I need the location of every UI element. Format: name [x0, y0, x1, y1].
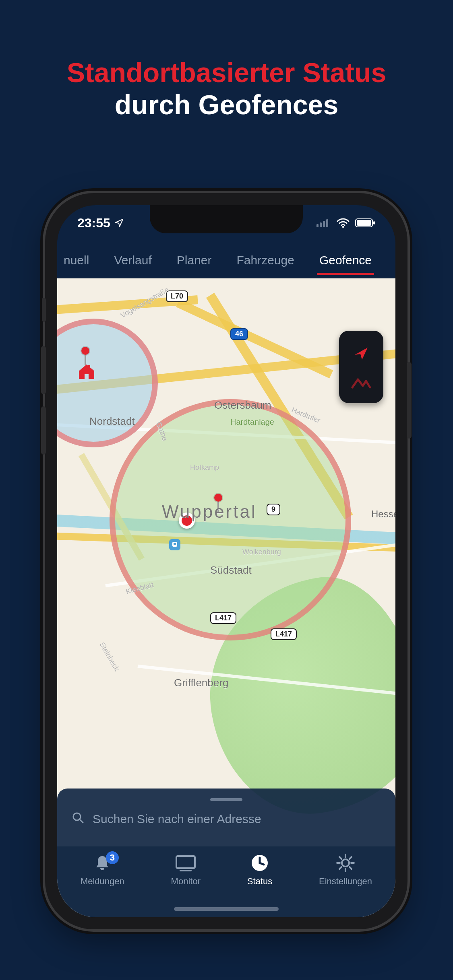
- map-street-label: Wolkenburg: [242, 548, 281, 556]
- location-services-icon: [114, 218, 124, 228]
- promo-line1: Standortbasierter Status: [0, 56, 453, 89]
- map-district-label: Südstadt: [210, 564, 252, 576]
- tab-label: Einstellungen: [319, 876, 372, 887]
- road-shield-b9: 9: [267, 504, 280, 515]
- map-district-label: Grifflenberg: [174, 677, 228, 689]
- locate-arrow-icon: [352, 344, 371, 364]
- volume-down-button: [41, 406, 46, 455]
- svg-rect-8: [88, 365, 90, 369]
- mute-switch: [42, 298, 46, 322]
- map-city-label: Wuppertal: [162, 502, 257, 522]
- promo-line2: durch Geofences: [0, 89, 453, 121]
- road-shield-l417: L417: [210, 612, 236, 624]
- tab-label: Geofence: [319, 253, 372, 267]
- transit-station-icon: [169, 539, 180, 550]
- svg-rect-13: [176, 856, 195, 868]
- tab-fahrzeuge[interactable]: Fahrzeuge: [234, 249, 297, 273]
- bottom-tab-bar: 3 Meldungen Monitor Status: [57, 846, 395, 917]
- gear-icon: [335, 854, 356, 872]
- clock: 23:55: [77, 216, 110, 231]
- sheet-grabber[interactable]: [210, 798, 242, 801]
- map-locate-compass-control[interactable]: [339, 331, 383, 403]
- map-district-label: Hesse: [371, 509, 395, 520]
- map-street-label: Steinbeck: [98, 641, 121, 673]
- map-view[interactable]: L70 46 9 L417 L417 Wuppertal Nordstadt O…: [57, 278, 395, 917]
- tab-verlauf[interactable]: Verlauf: [112, 249, 154, 273]
- wifi-icon: [337, 218, 350, 228]
- cellular-signal-icon: [316, 218, 331, 227]
- tab-geofence[interactable]: Geofence: [317, 249, 374, 273]
- svg-line-12: [80, 819, 83, 823]
- svg-rect-3: [326, 219, 328, 227]
- phone-screen: 23:55: [57, 205, 395, 917]
- svg-point-4: [342, 226, 344, 228]
- address-search-sheet[interactable]: Suchen Sie nach einer Adresse: [57, 789, 395, 846]
- svg-line-22: [350, 867, 352, 869]
- search-icon: [72, 811, 84, 826]
- svg-line-24: [339, 867, 341, 869]
- svg-rect-1: [320, 222, 322, 227]
- top-tab-bar[interactable]: nuell Verlauf Planer Fahrzeuge Geofence: [57, 241, 395, 280]
- monitor-icon: [175, 854, 197, 872]
- road-shield-l417: L417: [271, 628, 297, 640]
- tab-label: Planer: [177, 253, 212, 267]
- tab-label: Verlauf: [114, 253, 151, 267]
- home-indicator[interactable]: [174, 907, 279, 911]
- volume-up-button: [41, 346, 46, 394]
- tab-label: Monitor: [171, 876, 201, 887]
- promo-title: Standortbasierter Status durch Geofences: [0, 56, 453, 121]
- phone-frame: 23:55: [45, 193, 407, 929]
- svg-line-21: [339, 857, 341, 859]
- tab-status[interactable]: Status: [247, 854, 272, 887]
- compass-mountains-icon: [351, 375, 372, 391]
- home-icon: [77, 363, 96, 381]
- tab-label: Fahrzeuge: [237, 253, 294, 267]
- road-shield-a46: 46: [230, 328, 248, 340]
- svg-line-23: [350, 857, 352, 859]
- svg-rect-6: [357, 220, 371, 226]
- map-park-label: Hardtanlage: [230, 418, 274, 427]
- svg-point-16: [342, 859, 349, 867]
- map-street-label: Hofkamp: [190, 463, 219, 472]
- battery-icon: [355, 218, 375, 228]
- address-search-field[interactable]: Suchen Sie nach einer Adresse: [72, 811, 381, 826]
- tab-label: Status: [247, 876, 272, 887]
- tab-monitor[interactable]: Monitor: [171, 854, 201, 887]
- tab-label: nuell: [64, 253, 89, 267]
- tab-meldungen[interactable]: 3 Meldungen: [81, 854, 124, 887]
- svg-rect-7: [373, 221, 375, 224]
- map-district-label: Ostersbaum: [214, 399, 271, 412]
- power-button: [407, 362, 412, 439]
- notch: [150, 205, 303, 233]
- svg-rect-2: [323, 221, 325, 227]
- svg-rect-10: [174, 543, 176, 545]
- svg-rect-0: [316, 224, 319, 227]
- tab-planer[interactable]: Planer: [174, 249, 214, 273]
- tab-einstellungen[interactable]: Einstellungen: [319, 854, 372, 887]
- map-district-label: Nordstadt: [89, 415, 135, 428]
- clock-icon: [249, 854, 271, 872]
- search-placeholder: Suchen Sie nach einer Adresse: [93, 812, 261, 826]
- tab-label: Meldungen: [81, 876, 124, 887]
- tab-manuell[interactable]: nuell: [61, 249, 91, 273]
- notification-badge: 3: [106, 851, 119, 864]
